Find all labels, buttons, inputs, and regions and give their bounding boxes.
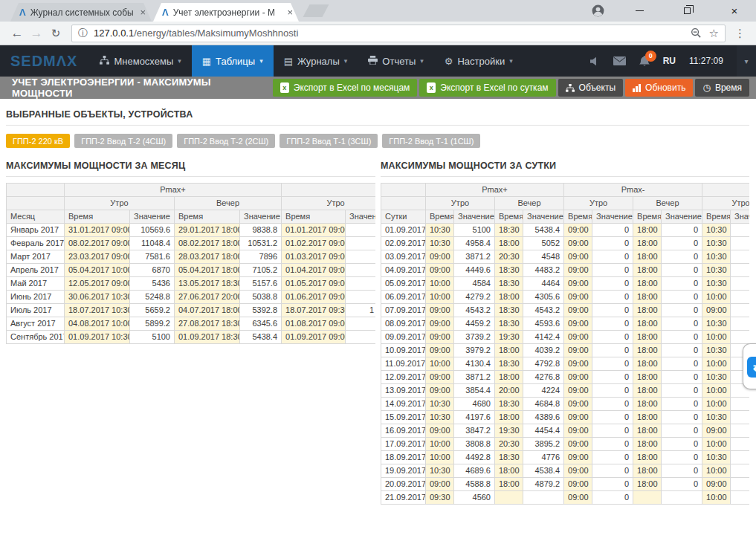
browser-menu-icon[interactable]: ⋮ [731, 27, 749, 40]
chip-gpp2-220kv[interactable]: ГПП-2 220 кВ [6, 134, 70, 148]
table-cell: 18:00 [633, 384, 662, 398]
main-nav: Мнемосхемы ▾ ▦ Таблицы ▾ ▤ Журналы ▾ Отч… [89, 45, 523, 77]
table-cell: 09:00 [702, 304, 731, 317]
table-cell: 0 [592, 384, 633, 398]
language-selector[interactable]: RU [663, 56, 676, 66]
table-cell: 10:30 [702, 371, 731, 384]
table-cell: 01.02.2017 09:00 [282, 237, 346, 250]
table-cell: 18:30 [495, 264, 523, 277]
chip-gpp2-vvod-t2-4ssh[interactable]: ГПП-2 Ввод Т-2 (4СШ) [74, 134, 172, 148]
nav-mnemoschemes[interactable]: Мнемосхемы ▾ [89, 45, 191, 77]
close-button[interactable]: × [717, 0, 752, 22]
forward-icon[interactable]: → [27, 26, 46, 41]
nav-label: Журналы [297, 56, 340, 67]
table-cell: 18:00 [633, 331, 662, 344]
table-cell: 18:00 [633, 344, 662, 357]
table-cell: 01.06.2017 09:00 [282, 291, 346, 304]
table-cell: 09:00 [564, 451, 592, 464]
restore-button[interactable] [670, 0, 704, 22]
table-cell: 0 [592, 304, 633, 317]
table-cell: 0 [662, 357, 702, 371]
table-row: 10.09.201709:003979.218:004039.209:00018… [381, 344, 750, 357]
table-cell: 0 [592, 264, 633, 277]
minimize-button[interactable] [622, 0, 656, 22]
browser-tabstrip: Λ Журнал системных собы × Λ Учет электро… [0, 0, 756, 22]
envelope-icon[interactable] [613, 56, 626, 65]
table-cell: 1 [346, 304, 375, 317]
tab-system-journal[interactable]: Λ Журнал системных собы × [10, 3, 152, 22]
table-cell: 10:00 [426, 291, 454, 304]
export-excel-days-button[interactable]: x Экспорт в Excel по суткам [419, 79, 555, 97]
export-excel-months-button[interactable]: x Экспорт в Excel по месяцам [273, 79, 418, 97]
table-cell: 0 [662, 250, 702, 264]
table-cell: 0 [662, 451, 702, 464]
table-cell: 0 [662, 411, 702, 424]
bookmark-star-icon[interactable]: ☆ [709, 27, 719, 40]
table-cell: Март 2017 [7, 250, 65, 264]
table-cell: 4142.4 [523, 331, 564, 344]
table-cell: 18:00 [633, 398, 662, 411]
table-cell: 18:00 [633, 250, 662, 264]
objects-button[interactable]: Объекты [558, 79, 624, 97]
gears-icon: ⚙ [445, 56, 453, 67]
speaker-mute-icon[interactable] [589, 56, 600, 66]
chevron-down-icon: ▾ [420, 57, 424, 65]
nav-settings[interactable]: ⚙ Настройки ▾ [434, 45, 523, 77]
table-cell: 09:00 [564, 277, 592, 291]
table-cell: 30.06.2017 10:30 [65, 291, 130, 304]
table-cell: 09:00 [564, 331, 592, 344]
table-cell [731, 277, 749, 291]
time-button[interactable]: ◷ Время [695, 79, 749, 97]
table-cell [731, 398, 749, 411]
chip-gpp2-vvod-t1-1ssh[interactable]: ГПП-2 Ввод Т-1 (1СШ) [382, 134, 480, 148]
table-cell: 09:00 [426, 384, 454, 398]
tab-close-icon[interactable]: × [140, 7, 146, 18]
header-chevron-down-icon[interactable]: ▾ [737, 45, 756, 77]
page-info-icon[interactable]: ⓘ [78, 27, 88, 40]
table-row: 07.09.201709:004543.218:304543.209:00018… [381, 304, 750, 317]
chevron-down-icon: ▾ [259, 57, 263, 65]
reload-icon[interactable]: ↻ [46, 27, 65, 40]
nav-label: Настройки [457, 56, 505, 67]
nav-tables[interactable]: ▦ Таблицы ▾ [192, 45, 274, 77]
table-cell: 18:00 [495, 344, 523, 357]
notifications-bell-icon[interactable]: 0 [639, 56, 650, 67]
back-icon[interactable]: ← [7, 26, 27, 41]
table-cell: 10:30 [702, 317, 731, 331]
url-bar[interactable]: ⓘ 127.0.0.1 /energy/tables/MaksimumyMosh… [71, 25, 726, 42]
table-cell: 0 [662, 277, 702, 291]
chip-gpp2-vvod-t2-2ssh[interactable]: ГПП-2 Ввод Т-2 (2СШ) [177, 134, 275, 148]
table-cell: 0 [662, 317, 702, 331]
tab-energy-accounting[interactable]: Λ Учет электроэнергии - М × [153, 3, 299, 22]
table-cell: 4464 [523, 277, 564, 291]
nav-journals[interactable]: ▤ Журналы ▾ [274, 45, 358, 77]
nav-reports[interactable]: Отчеты ▾ [358, 45, 433, 77]
table-cell: 10:30 [426, 237, 454, 250]
table-cell: 01.03.2017 09:00 [282, 250, 346, 264]
table-row: Апрель 201705.04.2017 10:00687005.04.201… [7, 264, 376, 277]
table-cell: 0 [592, 411, 633, 424]
profile-icon[interactable] [587, 0, 609, 22]
refresh-button[interactable]: Обновить [625, 79, 693, 97]
table-cell: 09:00 [564, 250, 592, 264]
url-path: /energy/tables/MaksimumyMoshhnosti [134, 27, 298, 39]
new-tab-button[interactable] [303, 4, 329, 17]
tab-close-icon[interactable]: × [287, 7, 293, 18]
table-cell: 18:00 [495, 464, 523, 478]
table-cell: 20.09.2017 [381, 478, 426, 491]
bar-chart-icon [633, 84, 641, 92]
remote-support-side-tab[interactable]: ⇄ [743, 343, 756, 389]
table-cell [523, 491, 564, 505]
zoom-out-icon[interactable] [691, 27, 702, 39]
table-cell: 0 [592, 424, 633, 438]
column-header-row: Месяц Время Значение Время Значение Врем… [7, 210, 376, 224]
table-cell: 0 [592, 478, 633, 491]
table-row: 02.09.201710:304958.418:00505209:00018:0… [381, 237, 750, 250]
morning-header: Утро [65, 197, 175, 210]
table-cell: 19.09.2017 [381, 464, 426, 478]
evening-header: Вечер [175, 197, 282, 210]
table-cell: 20:30 [495, 438, 523, 451]
chip-gpp2-vvod-t1-3ssh[interactable]: ГПП-2 Ввод Т-1 (3СШ) [280, 134, 378, 148]
table-cell [346, 250, 375, 264]
table-cell [346, 331, 375, 344]
